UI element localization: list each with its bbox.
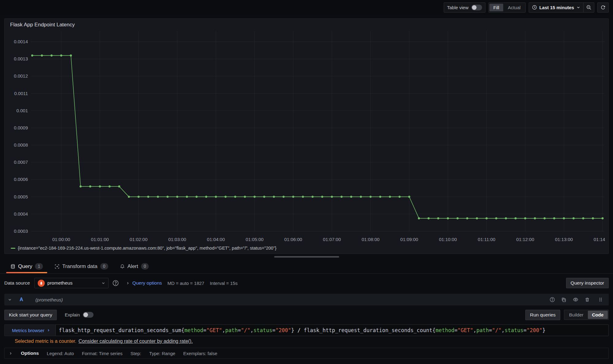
table-view-control: Table view — [444, 2, 485, 13]
warning-text: Selected metric is a counter. — [15, 339, 76, 344]
promql-editor-row: Metrics browser flask_http_request_durat… — [4, 324, 609, 336]
svg-text:0.0011: 0.0011 — [14, 91, 28, 96]
pane-resize-handle[interactable] — [274, 256, 339, 258]
query-toolbar: Kick start your query Explain Run querie… — [4, 309, 609, 320]
datasource-help-button[interactable] — [110, 278, 121, 288]
copy-icon — [561, 297, 566, 302]
warning-rate-hint-link[interactable]: Consider calculating rate of counter by … — [79, 339, 193, 344]
query-options-label: Query options — [132, 280, 162, 286]
options-type: Type: Range — [149, 351, 175, 356]
datasource-bar: Data source prometheus — [4, 277, 609, 289]
counter-warning: Selected metric is a counter. Consider c… — [4, 339, 609, 344]
panel-title: Flask App Endpoint Latency — [8, 21, 605, 29]
zoom-out-icon — [586, 5, 592, 10]
help-icon — [112, 280, 119, 286]
svg-text:0.0006: 0.0006 — [14, 177, 28, 182]
run-queries-button[interactable]: Run queries — [525, 310, 560, 320]
top-bar: Table view Fill Actual Last 15 minutes — [0, 0, 613, 15]
tab-transform-data[interactable]: Transform data 0 — [50, 259, 113, 273]
time-series-chart[interactable]: 0.00140.00130.00120.00110.0010.00090.000… — [8, 29, 605, 245]
chevron-down-icon — [102, 281, 105, 285]
max-data-points-text: MD = auto = 1827 — [167, 281, 204, 286]
toggle-visibility-button[interactable] — [571, 295, 580, 304]
delete-query-button[interactable] — [583, 295, 592, 304]
svg-text:01:00:00: 01:00:00 — [52, 237, 70, 242]
query-datasource-hint: (prometheus) — [36, 297, 63, 302]
options-format: Format: Time series — [82, 351, 123, 356]
prometheus-logo-icon — [38, 280, 45, 287]
svg-text:01:14:00: 01:14:00 — [594, 237, 605, 242]
zoom-out-button[interactable] — [583, 3, 594, 12]
trash-icon — [585, 297, 590, 302]
query-help-button[interactable] — [548, 295, 557, 304]
time-range-picker[interactable]: Last 15 minutes — [529, 3, 583, 12]
query-options-toggle[interactable]: Query options — [126, 280, 162, 286]
drag-query-handle[interactable] — [596, 295, 605, 304]
svg-text:01:11:00: 01:11:00 — [478, 237, 495, 242]
database-icon — [10, 264, 15, 269]
svg-text:01:03:00: 01:03:00 — [168, 237, 186, 242]
svg-text:01:02:00: 01:02:00 — [130, 237, 148, 242]
builder-mode-button[interactable]: Builder — [565, 311, 588, 319]
chart-canvas[interactable]: 0.00140.00130.00120.00110.0010.00090.000… — [8, 29, 605, 244]
svg-text:01:05:00: 01:05:00 — [246, 237, 263, 242]
time-range-label: Last 15 minutes — [539, 5, 574, 10]
query-ref-id: A — [20, 297, 23, 302]
chart-legend: {instance="ec2-184-169-216-224.us-west-1… — [8, 245, 605, 252]
drag-handle-icon — [598, 297, 603, 302]
fill-button[interactable]: Fill — [489, 4, 503, 11]
query-inspector-button[interactable]: Query inspector — [566, 278, 609, 288]
grafana-panel-edit-view: Table view Fill Actual Last 15 minutes — [0, 0, 613, 359]
duplicate-query-button[interactable] — [559, 295, 568, 304]
help-icon — [550, 297, 555, 302]
svg-text:01:01:00: 01:01:00 — [91, 237, 109, 242]
svg-text:01:10:00: 01:10:00 — [439, 237, 457, 242]
chevron-down-icon[interactable] — [8, 298, 12, 301]
eye-icon — [573, 297, 578, 302]
svg-text:0.0013: 0.0013 — [14, 56, 28, 61]
explain-toggle[interactable] — [83, 312, 94, 318]
svg-text:01:13:00: 01:13:00 — [555, 237, 573, 242]
table-view-toggle[interactable] — [471, 5, 482, 10]
interval-text: Interval = 15s — [210, 281, 237, 286]
fill-actual-group: Fill Actual — [488, 2, 526, 13]
svg-text:0.001: 0.001 — [17, 108, 28, 113]
refresh-button[interactable] — [597, 2, 609, 13]
svg-text:01:06:00: 01:06:00 — [284, 237, 302, 242]
svg-text:01:08:00: 01:08:00 — [362, 237, 379, 242]
svg-text:01:09:00: 01:09:00 — [400, 237, 418, 242]
tab-alert[interactable]: Alert 0 — [115, 259, 154, 273]
explain-control: Explain — [65, 312, 94, 318]
options-legend: Legend: Auto — [47, 351, 74, 356]
actual-button[interactable]: Actual — [504, 4, 525, 11]
transform-icon — [55, 264, 59, 269]
code-mode-button[interactable]: Code — [588, 311, 608, 319]
tab-transform-label: Transform data — [62, 263, 98, 270]
query-options-collapsed[interactable]: Options Legend: Auto Format: Time series… — [4, 348, 609, 359]
promql-query-input[interactable]: flask_http_request_duration_seconds_sum{… — [56, 324, 609, 336]
options-title: Options — [21, 351, 39, 356]
datasource-picker[interactable]: prometheus — [34, 278, 109, 288]
editor-tabs: Query 1 Transform data 0 Alert 0 — [0, 259, 613, 274]
query-editor-section: A (prometheus) — [4, 294, 609, 359]
promql-query-text: flask_http_request_duration_seconds_sum{… — [59, 327, 546, 333]
metrics-browser-label: Metrics browser — [12, 328, 44, 333]
metrics-browser-button[interactable]: Metrics browser — [4, 324, 56, 336]
svg-text:0.0014: 0.0014 — [14, 39, 28, 44]
datasource-value: prometheus — [48, 280, 99, 286]
svg-text:0.0008: 0.0008 — [14, 142, 28, 148]
query-row-header[interactable]: A (prometheus) — [4, 294, 609, 305]
legend-series-swatch — [11, 248, 15, 249]
tab-query-count: 1 — [35, 263, 43, 270]
svg-text:0.0012: 0.0012 — [14, 73, 28, 79]
tab-query[interactable]: Query 1 — [6, 259, 48, 273]
svg-text:01:12:00: 01:12:00 — [516, 237, 534, 242]
svg-text:0.0007: 0.0007 — [14, 159, 28, 165]
kick-start-query-button[interactable]: Kick start your query — [4, 310, 57, 320]
svg-text:0.0005: 0.0005 — [14, 194, 28, 199]
svg-text:0.0003: 0.0003 — [14, 228, 28, 234]
svg-text:01:07:00: 01:07:00 — [323, 237, 341, 242]
builder-code-group: Builder Code — [564, 310, 609, 320]
legend-series-label[interactable]: {instance="ec2-184-169-216-224.us-west-1… — [18, 246, 276, 251]
svg-text:0.0004: 0.0004 — [14, 211, 28, 216]
